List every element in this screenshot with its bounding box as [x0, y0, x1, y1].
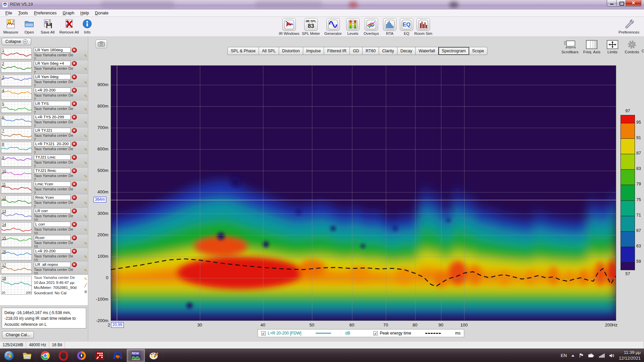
- measurement-name-input[interactable]: [34, 168, 71, 173]
- minimize-button[interactable]: [607, 0, 616, 6]
- measurement-row[interactable]: 13✕Taus Yamaha center De10✎: [0, 208, 88, 221]
- delete-measurement-button[interactable]: ✕: [72, 249, 77, 254]
- menu-help[interactable]: Help: [78, 10, 92, 16]
- measurement-name-input[interactable]: [34, 262, 71, 267]
- measurement-name-input[interactable]: [34, 155, 71, 160]
- measurement-row[interactable]: 4✕Taus Yamaha center De7✎: [0, 87, 88, 101]
- measurement-row[interactable]: 16✕Taus Yamaha center De10✎: [0, 248, 88, 261]
- measurement-row[interactable]: 17✕Taus Yamaha center De10✎: [0, 261, 88, 275]
- notes-icon[interactable]: ✎: [84, 201, 87, 205]
- measurement-name-input[interactable]: [34, 195, 71, 200]
- delete-measurement-button[interactable]: ✕: [72, 115, 77, 120]
- tab-impulse[interactable]: Impulse: [303, 47, 324, 55]
- notes-icon[interactable]: ✎: [84, 277, 87, 281]
- notes-icon[interactable]: ✎: [84, 121, 87, 125]
- delete-measurement-button[interactable]: ✕: [72, 74, 77, 79]
- measurement-name-input[interactable]: [34, 87, 71, 93]
- series2-checkbox[interactable]: ✓: [373, 331, 378, 336]
- measurement-row[interactable]: 15✕Taus Yamaha center De10✎: [0, 235, 88, 248]
- taskbar-app-audacity[interactable]: [109, 349, 127, 362]
- measurement-name-input[interactable]: [34, 101, 71, 106]
- volume-icon[interactable]: [609, 353, 615, 358]
- taskbar-app-paint[interactable]: [145, 349, 163, 362]
- spectrogram-plot[interactable]: [111, 65, 616, 321]
- tray-language[interactable]: EN: [561, 353, 567, 358]
- delete-measurement-button[interactable]: ✕: [72, 235, 77, 240]
- tab-waterfall[interactable]: Waterfall: [416, 47, 438, 55]
- series1-checkbox[interactable]: ✓: [261, 331, 266, 336]
- measurement-row[interactable]: 12✕Taus Yamaha center De7✎: [0, 194, 88, 208]
- measurement-row[interactable]: 9✕Taus Yamaha center De7✎: [0, 154, 88, 168]
- delete-measurement-button[interactable]: ✕: [72, 195, 77, 200]
- tab-all-spl[interactable]: All SPL: [259, 47, 279, 55]
- tray-clock[interactable]: 11:39 μμ12/12/2021: [619, 350, 641, 361]
- notes-icon[interactable]: ✎: [84, 80, 87, 85]
- measurement-name-input[interactable]: [34, 141, 71, 146]
- notes-icon[interactable]: ✎: [84, 54, 87, 58]
- measurement-name-input[interactable]: [34, 47, 71, 53]
- measurement-name-input[interactable]: [34, 61, 71, 66]
- measurement-name-input[interactable]: [34, 208, 71, 214]
- delete-measurement-button[interactable]: ✕: [72, 88, 77, 93]
- notes-icon[interactable]: ✎: [84, 228, 87, 232]
- delete-measurement-button[interactable]: ✕: [72, 61, 77, 66]
- collapse-button[interactable]: Collapse «: [2, 38, 31, 45]
- tab-distortion[interactable]: Distortion: [279, 47, 303, 55]
- measurement-row[interactable]: 10✕Taus Yamaha center De7✎: [0, 168, 88, 181]
- delete-measurement-button[interactable]: ✕: [72, 262, 77, 267]
- tab-spectrogram[interactable]: Spectrogram: [438, 47, 469, 55]
- measurement-row[interactable]: 2✕Taus Yamaha center De7✎: [0, 60, 88, 74]
- measurement-name-input[interactable]: [34, 74, 71, 79]
- notes-icon[interactable]: ✎: [84, 147, 87, 152]
- taskbar-app-opera[interactable]: [54, 349, 72, 362]
- measurement-row[interactable]: 14✕Taus Yamaha center De10✎: [0, 221, 88, 235]
- scrollbars-button[interactable]: Scrollbars: [561, 40, 579, 54]
- camera-icon[interactable]: [96, 40, 107, 48]
- menu-donate[interactable]: Donate: [92, 10, 111, 16]
- notes-icon[interactable]: ✎: [84, 67, 87, 71]
- delete-measurement-button[interactable]: ✕: [72, 182, 77, 187]
- tab-gd[interactable]: GD: [350, 47, 363, 55]
- title-bar[interactable]: REW V5,19 ✕: [0, 0, 644, 9]
- delete-measurement-button[interactable]: ✕: [72, 208, 77, 214]
- delete-measurement-button[interactable]: ✕: [72, 128, 77, 133]
- measurement-name-input[interactable]: [34, 222, 71, 227]
- info-sheet-icon[interactable]: ≣: [84, 290, 87, 294]
- notes-icon[interactable]: ✎: [84, 241, 87, 246]
- delete-measurement-button[interactable]: ✕: [72, 168, 77, 173]
- notes-icon[interactable]: ✎: [84, 134, 87, 138]
- delete-measurement-button[interactable]: ✕: [72, 48, 77, 53]
- delete-measurement-button[interactable]: ✕: [72, 141, 77, 146]
- measurement-name-input[interactable]: [34, 248, 71, 254]
- taskbar-app-rew[interactable]: REW: [127, 349, 145, 362]
- measurement-row[interactable]: 1✕Taus Yamaha center De7✎: [0, 47, 88, 60]
- menu-graph[interactable]: Graph: [60, 10, 77, 16]
- notes-icon[interactable]: ✎: [84, 255, 87, 259]
- taskbar-app-start[interactable]: [0, 349, 18, 362]
- measurement-name-input[interactable]: [34, 235, 71, 240]
- preferences-button[interactable]: Preferences: [615, 18, 642, 34]
- tray-show-hidden-icons[interactable]: [571, 354, 575, 357]
- taskbar-app-chrome[interactable]: [36, 349, 54, 362]
- trim-icon[interactable]: ╱: [84, 283, 87, 288]
- info-button[interactable]: Info: [74, 18, 101, 34]
- room-sim-button[interactable]: Room Sim: [410, 18, 437, 36]
- notes-icon[interactable]: ✎: [84, 107, 87, 112]
- measurement-row[interactable]: 8✕Taus Yamaha center De7✎: [0, 141, 88, 154]
- maximize-button[interactable]: [616, 0, 626, 6]
- notes-icon[interactable]: ✎: [84, 94, 87, 98]
- tab-spl-phase[interactable]: SPL & Phase: [227, 47, 259, 55]
- notes-icon[interactable]: ✎: [84, 268, 87, 273]
- tab-rt60[interactable]: RT60: [363, 47, 379, 55]
- measurement-row[interactable]: 7✕Taus Yamaha center De7✎: [0, 127, 88, 141]
- taskbar-app-secure-browser[interactable]: [72, 349, 91, 362]
- measurement-row-selected[interactable]: 1820200Taus Yamaha center De10 Δεκ 2021 …: [0, 275, 88, 306]
- notes-icon[interactable]: ✎: [84, 188, 87, 192]
- measurement-row[interactable]: 5✕Taus Yamaha center De7✎: [0, 101, 88, 114]
- measurement-name-input[interactable]: [34, 128, 71, 133]
- menu-tools[interactable]: Tools: [15, 10, 31, 16]
- battery-icon[interactable]: [588, 353, 595, 358]
- capture-button[interactable]: Capture s: [94, 40, 109, 48]
- tab-decay[interactable]: Decay: [397, 47, 416, 55]
- measurement-name-input[interactable]: [34, 181, 71, 187]
